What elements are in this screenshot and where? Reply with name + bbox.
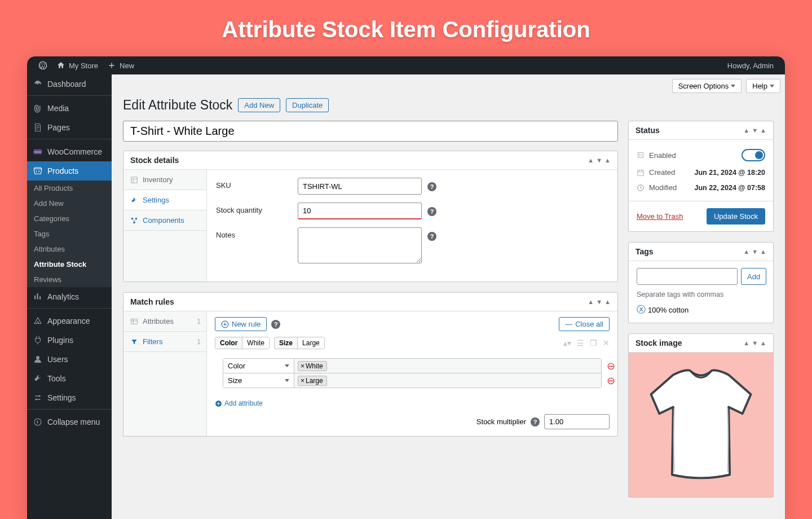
- remove-row-button[interactable]: ⊖: [604, 359, 617, 373]
- add-attribute-button[interactable]: Add attribute: [207, 396, 617, 407]
- sku-input[interactable]: [298, 178, 422, 195]
- add-new-button[interactable]: Add New: [238, 98, 280, 112]
- admin-sidebar: Dashboard Media Pages wooWooCommerce Pro…: [27, 74, 112, 519]
- menu-products[interactable]: Products: [27, 161, 112, 181]
- menu-appearance[interactable]: Appearance: [27, 311, 112, 331]
- menu-woocommerce[interactable]: wooWooCommerce: [27, 142, 112, 161]
- submenu-all-products[interactable]: All Products: [27, 181, 112, 196]
- duplicate-button[interactable]: Duplicate: [286, 98, 329, 112]
- menu-media[interactable]: Media: [27, 99, 112, 118]
- enabled-toggle[interactable]: [742, 149, 765, 161]
- menu-dashboard[interactable]: Dashboard: [27, 74, 112, 94]
- new-content[interactable]: New: [103, 56, 139, 74]
- box-up-icon[interactable]: ▲: [588, 298, 594, 305]
- multiplier-label: Stock multiplier: [476, 417, 526, 426]
- tab-components[interactable]: Components: [123, 210, 206, 231]
- help-icon[interactable]: ?: [427, 182, 436, 191]
- add-tag-button[interactable]: Add: [741, 268, 766, 285]
- remove-row-button[interactable]: ⊖: [604, 373, 617, 388]
- help-icon[interactable]: ?: [427, 207, 436, 216]
- tab-match-attributes[interactable]: Attributes1: [123, 311, 206, 332]
- created-label: Created: [649, 168, 675, 177]
- tags-heading: Tags: [636, 247, 654, 256]
- svg-point-4: [39, 395, 41, 397]
- attr-select-size[interactable]: Size: [223, 373, 294, 388]
- box-down-icon[interactable]: ▼: [596, 298, 602, 305]
- tags-box: Tags▲▼▲ Add Separate tags with commas ⓧ1…: [628, 242, 774, 323]
- created-value: Jun 21, 2024 @ 18:20: [695, 169, 765, 177]
- sku-label: SKU: [216, 178, 298, 190]
- help-icon[interactable]: ?: [271, 320, 280, 329]
- tab-match-filters[interactable]: Filters1: [123, 332, 206, 352]
- move-to-trash[interactable]: Move to Trash: [637, 212, 683, 221]
- svg-rect-10: [131, 319, 138, 324]
- attr-values-size[interactable]: ×Large: [294, 373, 601, 388]
- multiplier-input[interactable]: [544, 414, 610, 429]
- menu-analytics[interactable]: Analytics: [27, 287, 112, 306]
- screen-options-button[interactable]: Screen Options: [672, 79, 742, 93]
- products-submenu: All Products Add New Categories Tags Att…: [27, 181, 112, 287]
- list-icon[interactable]: ☰: [577, 338, 584, 348]
- stock-details-heading: Stock details: [130, 156, 179, 165]
- help-button[interactable]: Help: [746, 79, 780, 93]
- menu-settings[interactable]: Settings: [27, 388, 112, 407]
- tab-inventory[interactable]: Inventory: [123, 170, 206, 190]
- stock-image[interactable]: [629, 353, 773, 497]
- chevron-down-icon: [731, 85, 735, 87]
- svg-point-5: [36, 399, 37, 401]
- notes-input[interactable]: [298, 227, 422, 263]
- sort-icon[interactable]: ▴▾: [563, 338, 571, 348]
- token-white[interactable]: ×White: [298, 361, 327, 371]
- menu-plugins[interactable]: Plugins: [27, 331, 112, 350]
- rule-chip-color: ColorWhite: [215, 337, 270, 349]
- box-toggle-icon[interactable]: ▲: [604, 157, 611, 164]
- attr-select-color[interactable]: Color: [223, 359, 294, 373]
- help-icon[interactable]: ?: [427, 232, 436, 241]
- token-large[interactable]: ×Large: [298, 376, 327, 386]
- tab-settings[interactable]: Settings: [123, 190, 206, 210]
- site-link[interactable]: My Store: [52, 56, 103, 74]
- submenu-attributes[interactable]: Attributes: [27, 241, 112, 257]
- submenu-categories[interactable]: Categories: [27, 211, 112, 226]
- submenu-tags[interactable]: Tags: [27, 226, 112, 241]
- match-rules-heading: Match rules: [130, 297, 174, 306]
- stock-image-heading: Stock image: [636, 338, 682, 348]
- menu-tools[interactable]: Tools: [27, 369, 112, 388]
- rule-chip-size: SizeLarge: [274, 337, 325, 349]
- help-icon[interactable]: ?: [531, 417, 540, 426]
- submenu-add-new[interactable]: Add New: [27, 196, 112, 211]
- tag-input[interactable]: [637, 268, 738, 285]
- update-stock-button[interactable]: Update Stock: [707, 208, 765, 225]
- new-rule-button[interactable]: New rule: [215, 317, 267, 331]
- menu-users[interactable]: Users: [27, 350, 112, 369]
- wp-logo[interactable]: [34, 56, 52, 74]
- item-title-input[interactable]: [123, 121, 618, 142]
- box-toggle-icon[interactable]: ▲: [604, 298, 611, 305]
- box-down-icon[interactable]: ▼: [596, 157, 602, 164]
- status-heading: Status: [636, 126, 660, 135]
- attr-values-color[interactable]: ×White: [294, 359, 601, 373]
- submenu-attribute-stock[interactable]: Attribute Stock: [27, 257, 112, 272]
- page-title: Edit Attribute Stock: [123, 98, 232, 113]
- notes-label: Notes: [216, 227, 298, 239]
- box-up-icon[interactable]: ▲: [588, 157, 594, 164]
- match-rules-box: Match rules ▲▼▲ Attributes1 Filters1 New…: [123, 292, 618, 437]
- menu-pages[interactable]: Pages: [27, 118, 112, 137]
- menu-collapse[interactable]: Collapse menu: [27, 412, 112, 432]
- enabled-label: Enabled: [649, 151, 676, 160]
- chevron-down-icon: [285, 379, 289, 382]
- close-icon[interactable]: ✕: [603, 338, 610, 348]
- submenu-reviews[interactable]: Reviews: [27, 272, 112, 287]
- svg-point-6: [34, 419, 41, 425]
- user-greeting[interactable]: Howdy, Admin: [723, 56, 778, 74]
- page-banner-title: Attribute Stock Item Configuration: [0, 0, 812, 56]
- stock-qty-input[interactable]: [298, 203, 422, 219]
- content-area: Screen Options Help Edit Attribute Stock…: [112, 74, 785, 519]
- copy-icon[interactable]: ❐: [590, 338, 597, 348]
- chevron-down-icon: [285, 364, 289, 367]
- remove-tag-icon[interactable]: ⓧ: [637, 304, 646, 316]
- modified-label: Modified: [649, 183, 677, 192]
- close-all-button[interactable]: — Close all: [559, 317, 610, 331]
- qty-label: Stock quantity: [216, 203, 298, 214]
- status-box: Status▲▼▲ Enabled CreatedJun 21, 2024 @ …: [628, 121, 774, 232]
